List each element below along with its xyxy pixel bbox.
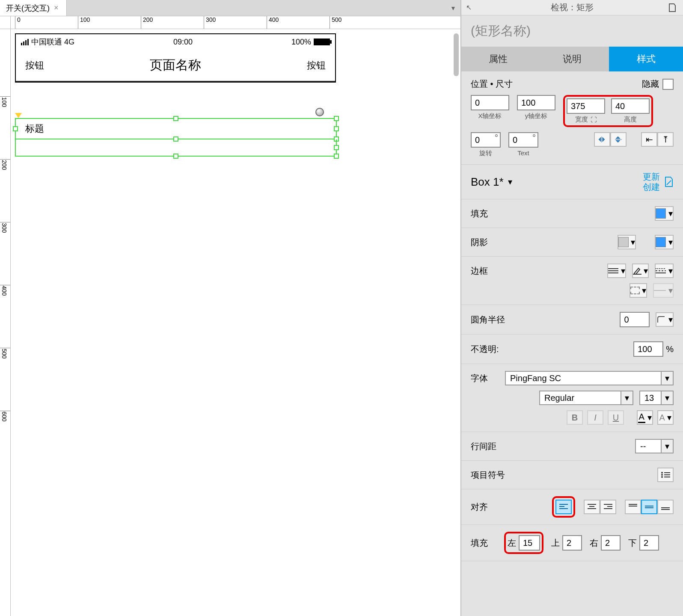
section-position-size: 位置 • 尺寸 隐藏 X轴坐标 y轴坐标	[461, 71, 683, 165]
battery-pct: 100%	[291, 38, 311, 47]
svg-rect-2	[664, 472, 670, 473]
pad-top-input[interactable]	[562, 535, 582, 551]
radius-corners-picker[interactable]: ▾	[656, 312, 674, 327]
radius-input[interactable]	[620, 312, 650, 327]
svg-rect-4	[664, 474, 670, 475]
tab-style[interactable]: 样式	[609, 47, 683, 71]
valign-middle-button[interactable]	[641, 500, 657, 514]
x-input[interactable]	[471, 95, 509, 110]
vertical-scrollbar[interactable]	[454, 33, 459, 76]
section-border: 边框 ▾ ▾ ▾ ▾ ▾	[461, 257, 683, 305]
height-input[interactable]	[611, 98, 650, 114]
align-right-button[interactable]	[600, 500, 616, 514]
line-spacing-label: 行间距	[471, 441, 496, 452]
inspector-panel: ↖ 检视：矩形 (矩形名称) 属性 说明 样式 位置 • 尺寸 隐藏	[460, 0, 683, 616]
section-bullets: 项目符号	[461, 461, 683, 489]
battery-icon	[314, 38, 330, 45]
shape-name-field[interactable]: (矩形名称)	[461, 15, 683, 47]
svg-point-1	[661, 472, 663, 474]
chevron-down-icon[interactable]: ▾	[508, 177, 512, 187]
font-more-picker[interactable]: A ▾	[657, 410, 674, 425]
style-update-link[interactable]: 更新	[643, 172, 660, 182]
design-canvas[interactable]: 中国联通 4G 09:00 100% 按钮 页面名称 按钮	[11, 29, 460, 616]
font-size-select[interactable]: 13▾	[639, 391, 674, 405]
hide-label: 隐藏	[642, 78, 659, 90]
font-color-picker[interactable]: A ▾	[637, 410, 653, 425]
halign-highlight	[552, 496, 575, 518]
style-name[interactable]: Box 1*	[471, 175, 504, 189]
flip-v-button[interactable]	[610, 132, 627, 147]
pad-left-input[interactable]	[519, 535, 540, 551]
section-fill: 填充 ▾	[461, 199, 683, 228]
hide-checkbox[interactable]	[662, 79, 674, 90]
width-input[interactable]	[567, 98, 605, 114]
pad-bottom-input[interactable]	[639, 535, 659, 551]
valign-bottom-button[interactable]	[657, 500, 674, 514]
nav-right-button[interactable]: 按钮	[307, 59, 326, 72]
padding-left-highlight: 左	[504, 532, 543, 554]
bullet-label: 项目符号	[471, 469, 505, 481]
svg-rect-6	[664, 477, 670, 477]
opacity-input[interactable]	[633, 341, 663, 357]
selected-shape[interactable]: 标题	[15, 118, 337, 157]
outer-shadow-picker[interactable]: ▾	[618, 235, 636, 249]
nav-left-button[interactable]: 按钮	[25, 59, 44, 72]
style-create-link[interactable]: 创建	[643, 182, 660, 192]
tab-properties[interactable]: 属性	[461, 47, 535, 71]
notes-icon[interactable]	[668, 3, 683, 12]
document-tab[interactable]: 开关(无交互) ×	[0, 0, 67, 16]
y-input[interactable]	[517, 95, 555, 110]
line-spacing-select[interactable]: --▾	[635, 439, 674, 453]
close-icon[interactable]: ×	[54, 3, 59, 12]
pos-size-heading: 位置 • 尺寸	[471, 78, 513, 90]
ruler-corner	[0, 16, 11, 29]
phone-frame[interactable]: 中国联通 4G 09:00 100% 按钮 页面名称 按钮	[15, 33, 336, 83]
style-manage-icon[interactable]	[664, 176, 674, 187]
status-bar: 中国联通 4G 09:00 100%	[16, 34, 335, 50]
fill-color-picker[interactable]: ▾	[655, 206, 674, 221]
border-style-picker[interactable]: ▾	[655, 264, 674, 278]
carrier-label: 中国联通 4G	[31, 37, 74, 47]
section-corner-radius: 圆角半径 ▾	[461, 305, 683, 335]
expand-icon[interactable]: ↖	[461, 3, 476, 12]
switch-knob[interactable]	[315, 108, 324, 116]
italic-button[interactable]: I	[587, 410, 603, 425]
font-weight-select[interactable]: Regular▾	[539, 391, 633, 405]
footnote-marker-icon[interactable]	[15, 113, 22, 118]
underline-button[interactable]: U	[608, 410, 624, 425]
signal-icon	[21, 39, 29, 45]
align-left-button[interactable]	[555, 500, 572, 514]
vertical-ruler[interactable]: 100200300400500600	[0, 29, 11, 616]
opacity-unit: %	[666, 344, 674, 354]
line-arrow-picker: ▾	[653, 283, 674, 298]
text-rotation-input[interactable]	[508, 132, 538, 148]
pad-right-label: 右	[590, 537, 598, 549]
row-title-label: 标题	[25, 122, 44, 135]
rotation-label: 旋转	[479, 149, 492, 157]
font-family-select[interactable]: PingFang SC▾	[505, 371, 674, 385]
align-center-button[interactable]	[584, 500, 600, 514]
inspector-tabs: 属性 说明 样式	[461, 47, 683, 71]
document-tabbar[interactable]: 开关(无交互) × ▼	[0, 0, 460, 16]
pad-right-input[interactable]	[601, 535, 621, 551]
tab-notes[interactable]: 说明	[535, 47, 609, 71]
tab-dropdown-icon[interactable]: ▼	[446, 0, 460, 16]
border-visibility-picker[interactable]: ▾	[630, 283, 647, 298]
x-label: X轴坐标	[478, 112, 502, 120]
text-rotation-label: Text	[517, 149, 529, 157]
valign-top-button[interactable]	[625, 500, 641, 514]
bring-front-button[interactable]: ⇤	[641, 132, 657, 147]
pad-left-label: 左	[508, 537, 516, 549]
inner-shadow-picker[interactable]: ▾	[655, 235, 674, 249]
border-color-picker[interactable]: ▾	[632, 264, 649, 278]
rotation-input[interactable]	[471, 132, 501, 148]
radius-label: 圆角半径	[471, 314, 505, 326]
aspect-lock-icon[interactable]: ⛶	[591, 116, 597, 123]
svg-point-5	[661, 476, 663, 478]
bullet-button[interactable]	[657, 468, 674, 482]
send-back-button[interactable]: ⤒	[657, 132, 674, 147]
horizontal-ruler[interactable]: 0100200300400500	[11, 16, 460, 29]
flip-h-button[interactable]	[594, 132, 610, 147]
bold-button[interactable]: B	[567, 410, 583, 425]
border-width-picker[interactable]: ▾	[607, 264, 626, 278]
